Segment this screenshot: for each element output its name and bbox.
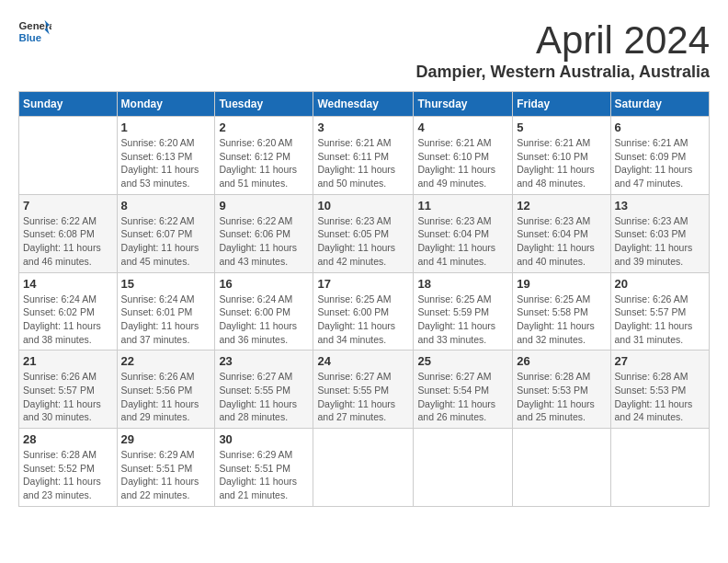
- calendar-cell: 22Sunrise: 6:26 AMSunset: 5:56 PMDayligh…: [117, 350, 215, 429]
- calendar-cell: [19, 117, 118, 195]
- calendar-cell: 24Sunrise: 6:27 AMSunset: 5:55 PMDayligh…: [313, 350, 414, 429]
- calendar-cell: 2Sunrise: 6:20 AMSunset: 6:12 PMDaylight…: [215, 117, 313, 195]
- day-info: Sunrise: 6:20 AMSunset: 6:12 PMDaylight:…: [219, 136, 309, 190]
- day-info: Sunrise: 6:26 AMSunset: 5:56 PMDaylight:…: [121, 370, 211, 424]
- calendar-cell: 11Sunrise: 6:23 AMSunset: 6:04 PMDayligh…: [414, 194, 513, 272]
- calendar-cell: 25Sunrise: 6:27 AMSunset: 5:54 PMDayligh…: [414, 350, 513, 429]
- logo-icon: General Blue: [18, 18, 51, 44]
- calendar-header-row: SundayMondayTuesdayWednesdayThursdayFrid…: [19, 92, 710, 117]
- day-number: 24: [317, 354, 409, 368]
- calendar-cell: [414, 429, 513, 507]
- location-title: Dampier, Western Australia, Australia: [416, 63, 710, 82]
- calendar-cell: 12Sunrise: 6:23 AMSunset: 6:04 PMDayligh…: [513, 194, 610, 272]
- day-number: 12: [517, 199, 606, 213]
- day-number: 17: [317, 277, 409, 291]
- day-number: 30: [219, 432, 309, 446]
- day-number: 28: [23, 432, 113, 446]
- day-number: 13: [615, 199, 705, 213]
- calendar-cell: 29Sunrise: 6:29 AMSunset: 5:51 PMDayligh…: [117, 429, 215, 507]
- day-info: Sunrise: 6:21 AMSunset: 6:10 PMDaylight:…: [417, 136, 508, 190]
- day-number: 18: [417, 277, 508, 291]
- day-info: Sunrise: 6:26 AMSunset: 5:57 PMDaylight:…: [615, 293, 705, 347]
- day-info: Sunrise: 6:21 AMSunset: 6:10 PMDaylight:…: [517, 136, 606, 190]
- day-number: 26: [517, 354, 606, 368]
- calendar-cell: 23Sunrise: 6:27 AMSunset: 5:55 PMDayligh…: [215, 350, 313, 429]
- day-info: Sunrise: 6:26 AMSunset: 5:57 PMDaylight:…: [23, 370, 113, 424]
- day-number: 3: [317, 121, 409, 134]
- day-info: Sunrise: 6:29 AMSunset: 5:51 PMDaylight:…: [121, 448, 211, 502]
- calendar-cell: 4Sunrise: 6:21 AMSunset: 6:10 PMDaylight…: [414, 117, 513, 195]
- column-header-friday: Friday: [513, 92, 610, 117]
- calendar-cell: 3Sunrise: 6:21 AMSunset: 6:11 PMDaylight…: [313, 117, 414, 195]
- day-number: 25: [417, 354, 508, 368]
- calendar-week-row: 21Sunrise: 6:26 AMSunset: 5:57 PMDayligh…: [19, 350, 710, 429]
- calendar-cell: 16Sunrise: 6:24 AMSunset: 6:00 PMDayligh…: [215, 272, 313, 350]
- day-info: Sunrise: 6:28 AMSunset: 5:52 PMDaylight:…: [23, 448, 113, 502]
- calendar-cell: [610, 429, 709, 507]
- day-info: Sunrise: 6:23 AMSunset: 6:03 PMDaylight:…: [615, 214, 705, 269]
- day-number: 27: [615, 354, 705, 368]
- day-number: 20: [615, 277, 705, 291]
- calendar-cell: [513, 429, 610, 507]
- calendar-cell: 30Sunrise: 6:29 AMSunset: 5:51 PMDayligh…: [215, 429, 313, 507]
- column-header-monday: Monday: [117, 92, 215, 117]
- calendar-cell: 7Sunrise: 6:22 AMSunset: 6:08 PMDaylight…: [19, 194, 118, 272]
- calendar-cell: 1Sunrise: 6:20 AMSunset: 6:13 PMDaylight…: [117, 117, 215, 195]
- calendar-cell: 8Sunrise: 6:22 AMSunset: 6:07 PMDaylight…: [117, 194, 215, 272]
- day-info: Sunrise: 6:23 AMSunset: 6:05 PMDaylight:…: [317, 214, 409, 269]
- day-number: 5: [517, 121, 606, 134]
- calendar-cell: 14Sunrise: 6:24 AMSunset: 6:02 PMDayligh…: [19, 272, 118, 350]
- calendar-cell: 6Sunrise: 6:21 AMSunset: 6:09 PMDaylight…: [610, 117, 709, 195]
- day-info: Sunrise: 6:22 AMSunset: 6:07 PMDaylight:…: [121, 214, 211, 269]
- day-number: 4: [417, 121, 508, 134]
- day-info: Sunrise: 6:24 AMSunset: 6:02 PMDaylight:…: [23, 293, 113, 347]
- logo: General Blue: [18, 18, 51, 44]
- day-number: 23: [219, 354, 309, 368]
- day-number: 11: [417, 199, 508, 213]
- calendar-week-row: 7Sunrise: 6:22 AMSunset: 6:08 PMDaylight…: [19, 194, 710, 272]
- day-info: Sunrise: 6:27 AMSunset: 5:55 PMDaylight:…: [219, 370, 309, 424]
- calendar-cell: 18Sunrise: 6:25 AMSunset: 5:59 PMDayligh…: [414, 272, 513, 350]
- calendar-week-row: 1Sunrise: 6:20 AMSunset: 6:13 PMDaylight…: [19, 117, 710, 195]
- column-header-tuesday: Tuesday: [215, 92, 313, 117]
- day-number: 14: [23, 277, 113, 291]
- calendar-week-row: 28Sunrise: 6:28 AMSunset: 5:52 PMDayligh…: [19, 429, 710, 507]
- day-info: Sunrise: 6:25 AMSunset: 5:59 PMDaylight:…: [417, 293, 508, 347]
- calendar-cell: 21Sunrise: 6:26 AMSunset: 5:57 PMDayligh…: [19, 350, 118, 429]
- calendar-cell: 28Sunrise: 6:28 AMSunset: 5:52 PMDayligh…: [19, 429, 118, 507]
- column-header-thursday: Thursday: [414, 92, 513, 117]
- day-info: Sunrise: 6:21 AMSunset: 6:09 PMDaylight:…: [615, 136, 705, 190]
- calendar-cell: 15Sunrise: 6:24 AMSunset: 6:01 PMDayligh…: [117, 272, 215, 350]
- day-number: 21: [23, 354, 113, 368]
- header: General Blue April 2024 Dampier, Western…: [18, 18, 710, 82]
- day-info: Sunrise: 6:20 AMSunset: 6:13 PMDaylight:…: [121, 136, 211, 190]
- day-info: Sunrise: 6:24 AMSunset: 6:01 PMDaylight:…: [121, 293, 211, 347]
- day-info: Sunrise: 6:25 AMSunset: 6:00 PMDaylight:…: [317, 293, 409, 347]
- svg-text:Blue: Blue: [19, 32, 42, 43]
- day-info: Sunrise: 6:29 AMSunset: 5:51 PMDaylight:…: [219, 448, 309, 502]
- calendar-cell: 17Sunrise: 6:25 AMSunset: 6:00 PMDayligh…: [313, 272, 414, 350]
- calendar-cell: 26Sunrise: 6:28 AMSunset: 5:53 PMDayligh…: [513, 350, 610, 429]
- calendar-cell: [313, 429, 414, 507]
- day-number: 1: [121, 121, 211, 134]
- column-header-sunday: Sunday: [19, 92, 118, 117]
- calendar-cell: 13Sunrise: 6:23 AMSunset: 6:03 PMDayligh…: [610, 194, 709, 272]
- day-number: 9: [219, 199, 309, 213]
- calendar-table: SundayMondayTuesdayWednesdayThursdayFrid…: [18, 91, 710, 507]
- calendar-cell: 19Sunrise: 6:25 AMSunset: 5:58 PMDayligh…: [513, 272, 610, 350]
- day-number: 6: [615, 121, 705, 134]
- column-header-wednesday: Wednesday: [313, 92, 414, 117]
- calendar-cell: 10Sunrise: 6:23 AMSunset: 6:05 PMDayligh…: [313, 194, 414, 272]
- calendar-cell: 9Sunrise: 6:22 AMSunset: 6:06 PMDaylight…: [215, 194, 313, 272]
- day-info: Sunrise: 6:23 AMSunset: 6:04 PMDaylight:…: [417, 214, 508, 269]
- day-number: 15: [121, 277, 211, 291]
- day-info: Sunrise: 6:22 AMSunset: 6:06 PMDaylight:…: [219, 214, 309, 269]
- day-number: 7: [23, 199, 113, 213]
- column-header-saturday: Saturday: [610, 92, 709, 117]
- day-number: 22: [121, 354, 211, 368]
- month-title: April 2024: [416, 18, 710, 63]
- title-area: April 2024 Dampier, Western Australia, A…: [416, 18, 710, 82]
- day-info: Sunrise: 6:21 AMSunset: 6:11 PMDaylight:…: [317, 136, 409, 190]
- day-number: 29: [121, 432, 211, 446]
- calendar-cell: 27Sunrise: 6:28 AMSunset: 5:53 PMDayligh…: [610, 350, 709, 429]
